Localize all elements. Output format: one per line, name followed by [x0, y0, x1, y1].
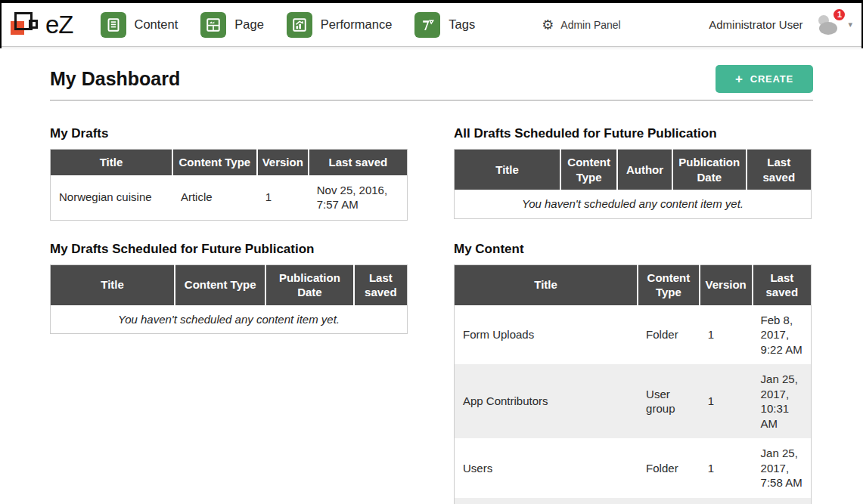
- nav-label: Tags: [449, 17, 475, 32]
- table-header-row: Title Content Type Author Publication Da…: [455, 150, 812, 190]
- table-header-row: Title Content Type Publication Date Last…: [51, 264, 408, 305]
- section-my-drafts-scheduled: My Drafts Scheduled for Future Publicati…: [50, 242, 408, 335]
- column-header-version: Version: [700, 264, 753, 305]
- performance-icon: [287, 12, 312, 38]
- my-content-table: Title Content Type Version Last saved Fo…: [454, 264, 812, 504]
- empty-state-row: You haven't scheduled any content item y…: [455, 190, 812, 218]
- ez-logo-icon: [9, 10, 44, 40]
- all-drafts-scheduled-table: Title Content Type Author Publication Da…: [454, 149, 812, 219]
- column-header-content-type: Content Type: [638, 264, 700, 305]
- logo-text: eZ: [45, 11, 73, 39]
- cell-last-saved: Jan 25, 2017, 7:55 AM: [753, 498, 812, 504]
- cell-version: 1: [700, 498, 753, 504]
- table-header-row: Title Content Type Version Last saved: [51, 150, 408, 175]
- section-title: All Drafts Scheduled for Future Publicat…: [454, 126, 812, 141]
- nav-label: Content: [135, 17, 178, 32]
- cell-title: App Contributors: [455, 364, 638, 438]
- cell-title: Norwegian cuisine: [51, 175, 172, 221]
- table-header-row: Title Content Type Version Last saved: [455, 264, 812, 305]
- column-header-title: Title: [455, 150, 561, 190]
- table-row[interactable]: Users Folder 1 Jan 25, 2017, 7:58 AM: [455, 438, 812, 498]
- create-button[interactable]: + CREATE: [716, 65, 813, 93]
- cell-content-type: Folder: [638, 498, 700, 504]
- cell-last-saved: Feb 8, 2017, 9:22 AM: [753, 305, 812, 365]
- nav-label: Page: [234, 17, 264, 32]
- column-header-content-type: Content Type: [172, 150, 257, 175]
- cell-last-saved: Jan 25, 2017, 7:58 AM: [753, 438, 812, 498]
- admin-panel-label: Admin Panel: [560, 19, 620, 31]
- column-header-publication-date: Publication Date: [265, 264, 354, 305]
- table-row[interactable]: Norwegian cuisine Article 1 Nov 25, 2016…: [51, 175, 408, 221]
- window-edge: [0, 3, 2, 48]
- cell-title: Form Uploads: [455, 305, 638, 365]
- section-title: My Content: [454, 242, 812, 257]
- column-header-last-saved: Last saved: [747, 150, 812, 190]
- create-button-label: CREATE: [750, 73, 793, 85]
- column-header-title: Title: [455, 264, 638, 305]
- tags-icon: [414, 12, 440, 38]
- avatar-body: [819, 22, 837, 35]
- column-header-author: Author: [617, 150, 672, 190]
- column-header-title: Title: [51, 150, 172, 175]
- column-header-publication-date: Publication Date: [672, 150, 747, 190]
- content-icon: [101, 12, 126, 38]
- cell-last-saved: Nov 25, 2016, 7:57 AM: [309, 175, 408, 221]
- top-navigation-bar: eZ Content: [0, 3, 863, 47]
- cell-content-type: Folder: [638, 305, 700, 365]
- cell-version: 1: [700, 438, 753, 498]
- nav-item-tags[interactable]: Tags: [414, 12, 475, 38]
- cell-content-type: Article: [172, 175, 257, 221]
- admin-panel-button[interactable]: ⚙ Admin Panel: [542, 18, 621, 32]
- plus-icon: +: [735, 74, 743, 85]
- page-icon: [200, 12, 226, 38]
- column-header-content-type: Content Type: [560, 150, 617, 190]
- section-all-drafts-scheduled: All Drafts Scheduled for Future Publicat…: [454, 126, 812, 219]
- column-header-last-saved: Last saved: [753, 264, 812, 305]
- user-menu[interactable]: Administrator User 1 ▾: [709, 12, 852, 38]
- section-title: My Drafts: [50, 126, 408, 141]
- gear-icon: ⚙: [542, 18, 554, 32]
- my-drafts-table: Title Content Type Version Last saved No…: [50, 149, 408, 221]
- section-my-drafts: My Drafts Title Content Type Version Las…: [50, 126, 408, 221]
- table-row[interactable]: App Contributors User group 1 Jan 25, 20…: [455, 364, 812, 438]
- nav-item-page[interactable]: Page: [200, 12, 264, 38]
- cell-content-type: Folder: [638, 438, 700, 498]
- dashboard-content: My Dashboard + CREATE My Drafts Title Co…: [0, 65, 863, 504]
- cell-version: 1: [257, 175, 309, 221]
- page-title: My Dashboard: [50, 68, 180, 90]
- user-avatar: 1: [815, 12, 842, 38]
- column-header-last-saved: Last saved: [309, 150, 408, 175]
- column-header-content-type: Content Type: [175, 264, 265, 305]
- notification-badge[interactable]: 1: [832, 8, 846, 22]
- section-my-content: My Content Title Content Type Version La…: [454, 242, 812, 504]
- title-divider: [50, 100, 813, 100]
- ez-logo[interactable]: eZ: [9, 10, 73, 40]
- chevron-down-icon: ▾: [848, 20, 852, 29]
- main-nav: Content Page: [101, 12, 476, 38]
- cell-title: Users: [455, 438, 638, 498]
- cell-last-saved: Jan 25, 2017, 10:31 AM: [753, 364, 812, 438]
- cell-content-type: User group: [638, 364, 700, 438]
- empty-state-row: You haven't scheduled any content item y…: [51, 305, 408, 334]
- table-row[interactable]: App Folder 1 Jan 25, 2017, 7:55 AM: [455, 498, 812, 504]
- column-header-version: Version: [257, 150, 309, 175]
- application-window: eZ Content: [0, 0, 863, 504]
- table-row[interactable]: Form Uploads Folder 1 Feb 8, 2017, 9:22 …: [455, 305, 812, 365]
- nav-label: Performance: [321, 17, 392, 32]
- dashboard-grid: My Drafts Title Content Type Version Las…: [50, 126, 813, 504]
- cell-version: 1: [700, 364, 753, 438]
- nav-item-performance[interactable]: Performance: [287, 12, 392, 38]
- column-header-title: Title: [51, 264, 175, 305]
- user-name: Administrator User: [709, 18, 802, 31]
- section-title: My Drafts Scheduled for Future Publicati…: [50, 242, 408, 257]
- my-drafts-scheduled-table: Title Content Type Publication Date Last…: [50, 264, 408, 335]
- cell-version: 1: [700, 305, 753, 365]
- empty-state-message: You haven't scheduled any content item y…: [51, 305, 408, 334]
- column-header-last-saved: Last saved: [354, 264, 408, 305]
- empty-state-message: You haven't scheduled any content item y…: [455, 190, 812, 218]
- nav-item-content[interactable]: Content: [101, 12, 178, 38]
- cell-title: App: [455, 498, 638, 504]
